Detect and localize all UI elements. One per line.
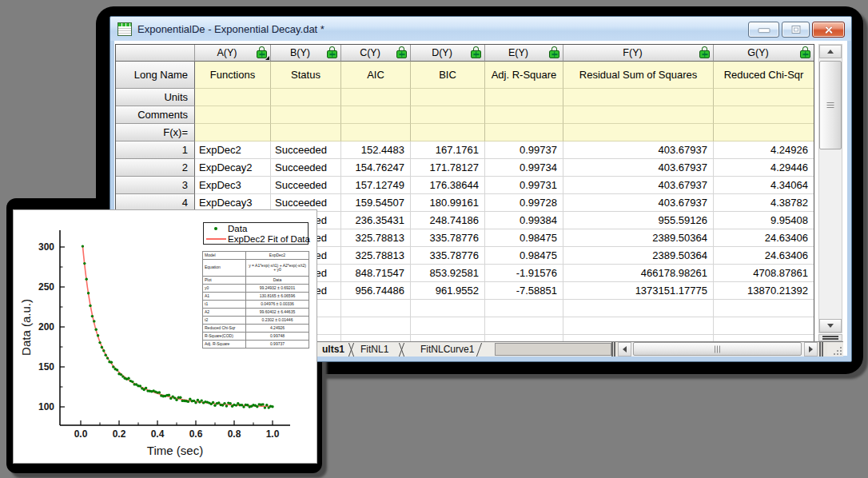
scroll-up-button[interactable] [819,45,842,58]
data-cell[interactable] [485,335,563,341]
data-cell[interactable]: 961.9552 [411,282,485,300]
worksheet-titlebar[interactable]: ExponentialDe - Exponential Decay.dat * [110,17,851,41]
data-cell[interactable] [714,335,814,341]
column-header-F[interactable]: F(Y) [563,45,714,62]
data-cell[interactable]: 180.99161 [411,194,485,212]
data-cell[interactable]: 24.63406 [714,229,814,247]
data-cell[interactable]: 0.99384 [485,212,563,229]
data-cell[interactable]: 325.78813 [341,247,411,265]
header-data-cell[interactable] [271,124,341,141]
row-label-cell[interactable]: F(x)= [116,124,195,141]
data-cell[interactable] [341,335,411,341]
data-cell[interactable]: 0.98475 [485,229,563,247]
header-data-cell[interactable]: Status [271,62,341,89]
data-cell[interactable]: ExpDec2 [195,141,271,159]
header-data-cell[interactable]: BIC [411,62,485,89]
data-cell[interactable]: Succeeded [271,159,341,177]
vertical-scrollbar[interactable] [818,44,842,333]
scroll-down-button[interactable] [819,319,842,333]
data-cell[interactable]: 4.24926 [714,141,814,159]
data-cell[interactable]: 403.67937 [563,194,714,212]
sheet-tab-FitNL1[interactable]: FitNL1 [360,344,388,355]
data-cell[interactable] [485,317,563,335]
column-header-B[interactable]: B(Y) [271,45,341,62]
data-cell[interactable]: 4.38782 [714,194,814,212]
plot-legend[interactable]: DataExpDec2 Fit of Data [203,222,309,245]
vertical-scroll-thumb[interactable] [819,61,842,149]
header-data-cell[interactable]: Residual Sum of Squares [563,62,714,89]
horizontal-scroll-thumb[interactable] [633,342,802,356]
data-cell[interactable]: 848.71547 [341,265,411,282]
data-cell[interactable]: 24.63406 [714,247,814,265]
window-resize-grip[interactable] [827,342,843,357]
data-cell[interactable] [563,300,714,317]
data-cell[interactable]: 0.99731 [485,177,563,194]
data-cell[interactable]: 325.78813 [341,229,411,247]
column-header-D[interactable]: D(Y) [411,45,485,62]
data-cell[interactable]: 0.99728 [485,194,563,212]
data-cell[interactable]: 154.76247 [341,159,411,177]
data-cell[interactable] [563,317,714,335]
data-cell[interactable] [563,335,714,341]
column-header-A[interactable]: A(Y) [195,45,271,62]
data-cell[interactable]: 466178.98261 [563,265,714,282]
header-data-cell[interactable] [485,124,563,141]
header-data-cell[interactable] [195,89,271,106]
header-data-cell[interactable] [485,106,563,124]
data-cell[interactable]: 236.35431 [341,212,411,229]
data-cell[interactable] [411,317,485,335]
header-data-cell[interactable] [341,89,411,106]
data-cell[interactable] [714,317,814,335]
data-cell[interactable] [714,300,814,317]
corner-header-cell[interactable] [116,45,195,62]
header-data-cell[interactable] [563,89,714,106]
data-cell[interactable]: 4.29446 [714,159,814,177]
data-cell[interactable]: ExpDec3 [195,177,271,194]
data-cell[interactable]: 157.12749 [341,177,411,194]
header-data-cell[interactable]: Reduced Chi-Sqr [714,62,814,89]
data-cell[interactable]: 176.38644 [411,177,485,194]
data-cell[interactable]: Succeeded [271,177,341,194]
column-header-C[interactable]: C(Y) [341,45,411,62]
header-data-cell[interactable] [195,106,271,124]
horizontal-scroll-track[interactable] [631,342,804,357]
header-data-cell[interactable] [714,89,814,106]
restore-button[interactable] [782,22,810,38]
data-cell[interactable]: 248.74186 [411,212,485,229]
header-data-cell[interactable] [341,124,411,141]
pane-splitter-handle[interactable] [818,334,842,341]
data-cell[interactable]: 167.1761 [411,141,485,159]
close-button[interactable] [812,22,845,38]
row-number-cell[interactable]: 3 [116,177,195,194]
data-cell[interactable]: -7.58851 [485,282,563,300]
header-data-cell[interactable] [411,106,485,124]
header-data-cell[interactable] [195,124,271,141]
data-cell[interactable]: 2389.50364 [563,229,714,247]
header-data-cell[interactable] [485,89,563,106]
header-data-cell[interactable] [271,89,341,106]
header-data-cell[interactable]: AIC [341,62,411,89]
data-cell[interactable]: 955.59126 [563,212,714,229]
data-cell[interactable]: 335.78776 [411,229,485,247]
data-cell[interactable]: ExpDecay2 [195,159,271,177]
header-data-cell[interactable] [563,106,714,124]
data-cell[interactable]: 403.67937 [563,159,714,177]
data-cell[interactable]: 956.74486 [341,282,411,300]
data-cell[interactable]: 4.34064 [714,177,814,194]
data-cell[interactable]: 403.67937 [563,177,714,194]
data-cell[interactable]: 2389.50364 [563,247,714,265]
sheet-tab-ults1[interactable]: ults1 [322,344,344,355]
data-cell[interactable]: 0.99734 [485,159,563,177]
header-data-cell[interactable] [714,106,814,124]
row-label-cell[interactable]: Comments [116,106,195,124]
minimize-button[interactable] [748,22,779,38]
row-label-cell[interactable]: Units [116,89,195,106]
data-cell[interactable]: 403.67937 [563,141,714,159]
header-data-cell[interactable] [411,89,485,106]
data-cell[interactable]: -1.91576 [485,265,563,282]
row-number-cell[interactable]: 1 [116,141,195,159]
data-cell[interactable]: 13870.21392 [714,282,814,300]
data-cell[interactable] [341,300,411,317]
header-data-cell[interactable] [341,106,411,124]
scroll-left-button[interactable] [618,342,631,357]
